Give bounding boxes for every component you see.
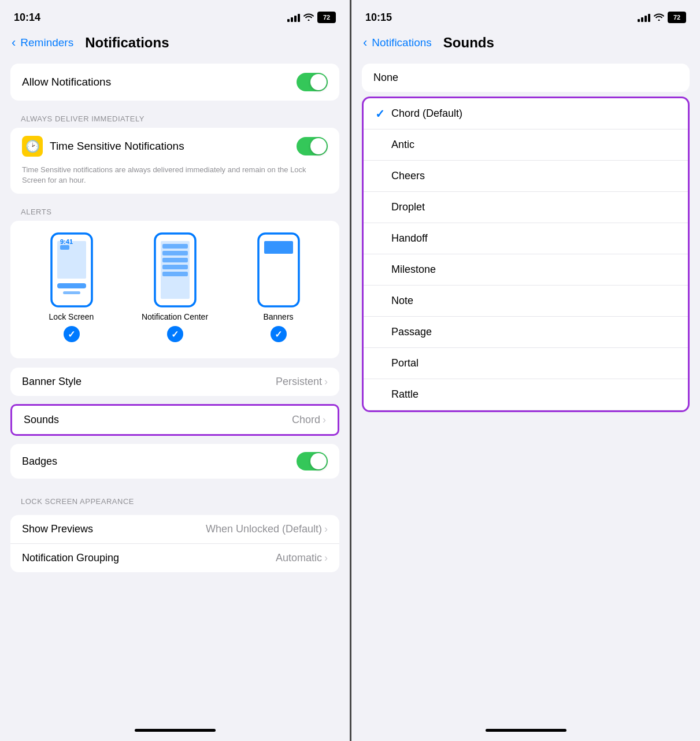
page-title-left: Notifications [85,35,169,51]
back-label-left[interactable]: Reminders [20,36,73,49]
svg-rect-2 [60,245,69,250]
allow-notifications-toggle[interactable] [297,73,328,91]
time-sensitive-card: 🕑 Time Sensitive Notifications Time Sens… [10,128,339,194]
banner-style-card: Banner Style Persistent › [10,368,339,396]
sounds-list-label: Handoff [391,232,676,244]
alerts-card: 9:41 Lock Screen ✓ Notificat [10,221,339,358]
banner-style-chevron: › [324,376,328,388]
ts-description: Time Sensitive notifications are always … [10,165,339,194]
status-bar-left: 10:14 72 [0,0,350,30]
alerts-section-label: ALERTS [0,208,350,216]
none-row[interactable]: None [362,64,690,92]
sounds-list-label: Passage [391,326,676,338]
banners-label: Banners [263,312,293,321]
sounds-list-label: Chord (Default) [391,108,676,120]
nav-bar-left: ‹ Reminders Notifications [0,30,350,59]
sounds-list-row[interactable]: Droplet [364,192,688,223]
notification-grouping-row[interactable]: Notification Grouping Automatic › [10,544,339,572]
toggle-knob [310,74,327,90]
back-label-right[interactable]: Notifications [372,36,432,49]
banner-style-row[interactable]: Banner Style Persistent › [10,368,339,396]
time-sensitive-row: 🕑 Time Sensitive Notifications [10,128,339,165]
battery-right: 72 [668,12,686,23]
rbar1 [638,19,640,22]
sounds-value: Chord [292,414,320,426]
rbar4 [648,14,650,22]
banners-phone-icon [255,232,302,307]
svg-rect-12 [162,272,188,276]
rbar3 [645,16,647,22]
allow-notifications-label: Allow Notifications [22,76,111,88]
notificationcenter-label: Notification Center [142,312,208,321]
show-previews-value-group: When Unlocked (Default) › [206,523,328,535]
bar3 [294,16,297,22]
alert-item-notificationcenter: Notification Center ✓ [123,232,227,342]
bar2 [291,17,293,22]
sounds-list-row[interactable]: Portal [364,348,688,379]
back-chevron-left[interactable]: ‹ [12,35,16,50]
badges-card: Badges [10,444,339,479]
nav-bar-right: ‹ Notifications Sounds [351,30,700,59]
ts-icon: 🕑 [22,136,43,157]
sounds-list-row[interactable]: Handoff [364,223,688,254]
always-deliver-section-label: ALWAYS DELIVER IMMEDIATELY [0,114,350,123]
banner-style-value: Persistent [276,376,322,388]
sounds-value-group: Chord › [292,414,326,426]
alert-item-lockscreen: 9:41 Lock Screen ✓ [20,232,123,342]
badges-toggle[interactable] [297,452,328,470]
sounds-list-row[interactable]: Rattle [364,379,688,410]
banner-style-label: Banner Style [22,376,82,388]
lock-screen-card: Show Previews When Unlocked (Default) › … [10,515,339,572]
notificationcenter-phone-icon [152,232,198,307]
sounds-list-row[interactable]: Note [364,286,688,317]
sounds-row[interactable]: Sounds Chord › [12,406,338,434]
back-chevron-right[interactable]: ‹ [363,35,367,50]
banners-check[interactable]: ✓ [271,326,287,342]
alert-item-banners: Banners ✓ [227,232,330,342]
svg-rect-9 [162,251,188,255]
badges-row: Badges [10,444,339,479]
sounds-chevron: › [323,414,326,426]
sounds-list-row[interactable]: Cheers [364,161,688,192]
sounds-list-row[interactable]: Rebound [364,410,688,412]
sounds-list-label: Note [391,295,676,307]
battery-left: 72 [317,12,336,23]
sounds-list-row[interactable]: Passage [364,317,688,348]
lockscreen-phone-icon: 9:41 [49,232,95,307]
notification-grouping-value-group: Automatic › [276,552,328,564]
lockscreen-label: Lock Screen [49,312,94,321]
sounds-highlighted-row[interactable]: Sounds Chord › [10,404,339,436]
bar1 [287,19,290,22]
lockscreen-check[interactable]: ✓ [64,326,80,342]
svg-rect-5 [63,291,80,294]
lock-screen-section-label: LOCK SCREEN APPEARANCE [0,497,350,506]
status-bar-right: 10:15 72 [351,0,700,30]
ts-label: Time Sensitive Notifications [50,140,184,153]
sounds-list-row[interactable]: Antic [364,129,688,161]
time-sensitive-toggle[interactable] [297,137,328,155]
sounds-list-label: Rattle [391,388,676,401]
time-sensitive-left: 🕑 Time Sensitive Notifications [22,136,184,157]
sounds-label: Sounds [24,414,59,426]
show-previews-label: Show Previews [22,523,93,535]
sounds-list-label: Milestone [391,264,676,276]
notification-grouping-chevron: › [324,552,328,564]
svg-rect-11 [162,265,188,269]
show-previews-chevron: › [324,523,328,535]
notification-grouping-label: Notification Grouping [22,552,119,564]
none-label: None [373,72,398,84]
wifi-icon-left [303,13,314,23]
alerts-row: 9:41 Lock Screen ✓ Notificat [20,232,330,342]
svg-rect-7 [161,241,190,299]
status-time-right: 10:15 [365,12,392,24]
sounds-list-label: Portal [391,357,676,369]
show-previews-row[interactable]: Show Previews When Unlocked (Default) › [10,515,339,544]
sounds-list-row[interactable]: Milestone [364,254,688,286]
home-indicator-left [135,729,216,732]
svg-rect-15 [264,241,293,254]
status-time-left: 10:14 [14,12,40,24]
sounds-list-container: ✓Chord (Default)AnticCheersDropletHandof… [362,97,690,412]
notificationcenter-check[interactable]: ✓ [167,326,183,342]
sounds-list-row[interactable]: ✓Chord (Default) [364,98,688,129]
home-indicator-right [486,729,566,732]
